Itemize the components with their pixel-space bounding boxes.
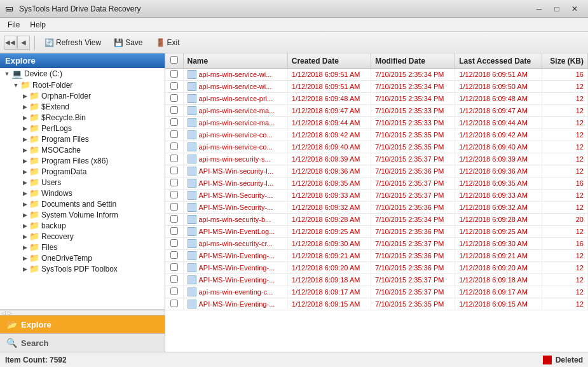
maximize-button[interactable]: □: [549, 3, 565, 15]
exit-button[interactable]: 🚪 Exit: [151, 36, 185, 50]
save-button[interactable]: 💾 Save: [109, 36, 147, 50]
tree-item-sextend[interactable]: ▶📁$Extend: [0, 101, 165, 112]
col-size[interactable]: Size (KB): [542, 53, 588, 69]
table-row[interactable]: API-MS-Win-Security-... 1/12/2018 6:09:3…: [165, 202, 588, 214]
table-row[interactable]: API-MS-Win-Eventing-... 1/12/2018 6:09:1…: [165, 274, 588, 286]
nav-first-button[interactable]: ◀◀: [4, 36, 17, 50]
row-checkbox[interactable]: [170, 179, 178, 186]
row-checkbox[interactable]: [170, 300, 178, 307]
tree-item-sysvolinfo[interactable]: ▶📁System Volume Inform: [0, 209, 165, 220]
row-checkbox-cell[interactable]: [165, 214, 183, 226]
row-checkbox-cell[interactable]: [165, 286, 183, 298]
table-row[interactable]: API-MS-Win-Security-... 1/12/2018 6:09:3…: [165, 190, 588, 202]
table-row[interactable]: api-ms-win-service-pri... 1/12/2018 6:09…: [165, 93, 588, 105]
col-accessed[interactable]: Last Accessed Date: [455, 53, 542, 69]
tree-expander-systools[interactable]: ▶: [20, 266, 29, 272]
row-checkbox[interactable]: [170, 118, 178, 126]
tree-item-device[interactable]: ▼💻Device (C:): [0, 68, 165, 80]
row-checkbox-cell[interactable]: [165, 190, 183, 202]
tree-expander-users[interactable]: ▶: [20, 179, 29, 186]
tree-item-programfilesx86[interactable]: ▶📁Program Files (x86): [0, 155, 165, 166]
table-row[interactable]: API-MS-Win-Eventing-... 1/12/2018 6:09:2…: [165, 250, 588, 262]
row-checkbox-cell[interactable]: [165, 238, 183, 250]
row-checkbox-cell[interactable]: [165, 81, 183, 93]
col-created[interactable]: Created Date: [287, 53, 371, 69]
explore-tab[interactable]: 📂 Explore: [0, 315, 165, 333]
table-row[interactable]: api-ms-win-service-ma... 1/12/2018 6:09:…: [165, 117, 588, 129]
tree-item-users[interactable]: ▶📁Users: [0, 177, 165, 188]
table-row[interactable]: api-ms-win-service-wi... 1/12/2018 6:09:…: [165, 81, 588, 93]
row-checkbox-cell[interactable]: [165, 105, 183, 117]
row-checkbox-cell[interactable]: [165, 165, 183, 177]
tree-expander-perflogs[interactable]: ▶: [20, 125, 29, 132]
tree-expander-sysvolinfo[interactable]: ▶: [20, 212, 29, 218]
table-row[interactable]: api-ms-win-service-co... 1/12/2018 6:09:…: [165, 141, 588, 153]
table-row[interactable]: API-MS-Win-security-l... 1/12/2018 6:09:…: [165, 177, 588, 190]
tree-scroll-x[interactable]: ◁ ▷: [0, 310, 165, 315]
tree-item-files[interactable]: ▶📁Files: [0, 242, 165, 253]
row-checkbox[interactable]: [170, 263, 178, 271]
row-checkbox[interactable]: [170, 106, 178, 114]
row-checkbox[interactable]: [170, 203, 178, 211]
tree-expander-msocache[interactable]: ▶: [20, 147, 29, 153]
tree-item-programfiles[interactable]: ▶📁Program Files: [0, 134, 165, 144]
tree-item-programdata[interactable]: ▶📁ProgramData: [0, 166, 165, 177]
table-row[interactable]: api-ms-win-security-s... 1/12/2018 6:09:…: [165, 153, 588, 165]
tree-item-docsettings[interactable]: ▶📁Documents and Settin: [0, 198, 165, 209]
row-checkbox-cell[interactable]: [165, 69, 183, 81]
file-tree[interactable]: ▼💻Device (C:)▼📁Root-Folder▶📁Orphan-Folde…: [0, 68, 165, 310]
row-checkbox-cell[interactable]: [165, 141, 183, 153]
tree-item-windows[interactable]: ▶📁Windows: [0, 188, 165, 198]
tree-expander-sextend[interactable]: ▶: [20, 104, 29, 110]
table-row[interactable]: API-MS-Win-Eventing-... 1/12/2018 6:09:1…: [165, 298, 588, 310]
close-button[interactable]: ✕: [566, 3, 583, 15]
table-row[interactable]: api-ms-win-eventing-c... 1/12/2018 6:09:…: [165, 286, 588, 298]
tree-item-recovery[interactable]: ▶📁Recovery: [0, 231, 165, 242]
row-checkbox-cell[interactable]: [165, 129, 183, 141]
row-checkbox[interactable]: [170, 82, 178, 90]
row-checkbox[interactable]: [170, 155, 178, 162]
row-checkbox-cell[interactable]: [165, 226, 183, 238]
menu-help[interactable]: Help: [25, 19, 51, 31]
row-checkbox[interactable]: [170, 142, 178, 150]
tree-item-backup[interactable]: ▶📁backup: [0, 220, 165, 231]
refresh-button[interactable]: 🔄 Refresh View: [39, 36, 106, 50]
select-all-checkbox[interactable]: [170, 56, 178, 64]
row-checkbox-cell[interactable]: [165, 298, 183, 310]
tree-expander-programdata[interactable]: ▶: [20, 169, 29, 175]
row-checkbox[interactable]: [170, 191, 178, 198]
row-checkbox-cell[interactable]: [165, 117, 183, 129]
table-row[interactable]: API-MS-Win-Eventing-... 1/12/2018 6:09:2…: [165, 262, 588, 274]
tree-expander-programfiles[interactable]: ▶: [20, 136, 29, 142]
tree-item-onedrivetemp[interactable]: ▶📁OneDriveTemp: [0, 253, 165, 263]
row-checkbox-cell[interactable]: [165, 177, 183, 190]
row-checkbox[interactable]: [170, 70, 178, 78]
row-checkbox-cell[interactable]: [165, 274, 183, 286]
tree-item-systools[interactable]: ▶📁SysTools PDF Toolbox: [0, 263, 165, 274]
minimize-button[interactable]: ─: [531, 3, 547, 15]
row-checkbox-cell[interactable]: [165, 93, 183, 105]
tree-item-perflogs[interactable]: ▶📁PerfLogs: [0, 123, 165, 134]
row-checkbox[interactable]: [170, 130, 178, 138]
row-checkbox[interactable]: [170, 167, 178, 174]
row-checkbox[interactable]: [170, 215, 178, 223]
table-row[interactable]: api-ms-win-security-b... 1/12/2018 6:09:…: [165, 214, 588, 226]
row-checkbox[interactable]: [170, 227, 178, 235]
row-checkbox-cell[interactable]: [165, 262, 183, 274]
row-checkbox[interactable]: [170, 94, 178, 102]
table-row[interactable]: api-ms-win-security-cr... 1/12/2018 6:09…: [165, 238, 588, 250]
tree-expander-files[interactable]: ▶: [20, 244, 29, 251]
row-checkbox-cell[interactable]: [165, 202, 183, 214]
tree-item-orphan[interactable]: ▶📁Orphan-Folder: [0, 90, 165, 101]
tree-expander-backup[interactable]: ▶: [20, 223, 29, 229]
table-row[interactable]: api-ms-win-service-co... 1/12/2018 6:09:…: [165, 129, 588, 141]
row-checkbox[interactable]: [170, 251, 178, 259]
col-checkbox[interactable]: [165, 53, 183, 69]
row-checkbox[interactable]: [170, 275, 178, 283]
tree-item-root[interactable]: ▼📁Root-Folder: [0, 80, 165, 90]
table-row[interactable]: API-MS-Win-EventLog... 1/12/2018 6:09:25…: [165, 226, 588, 238]
row-checkbox-cell[interactable]: [165, 250, 183, 262]
col-modified[interactable]: Modified Date: [371, 53, 455, 69]
search-tab[interactable]: 🔍 Search: [0, 333, 165, 352]
table-row[interactable]: api-ms-win-service-wi... 1/12/2018 6:09:…: [165, 69, 588, 81]
